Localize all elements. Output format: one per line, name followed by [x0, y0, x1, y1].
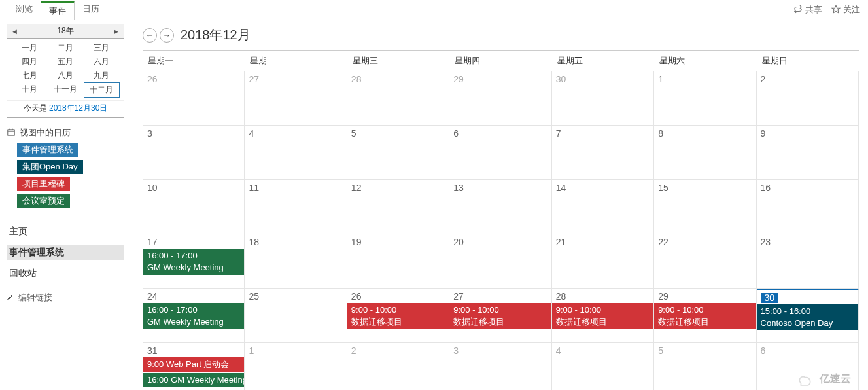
day-number: 3 — [147, 128, 240, 139]
event-time: 9:00 - 10:00 — [453, 304, 547, 316]
next-year-button[interactable]: ► — [113, 27, 120, 35]
cell-w4-d0[interactable]: 2416:00 - 17:00GM Weekly Meeting — [143, 289, 245, 342]
cell-w0-d6[interactable]: 2 — [757, 71, 859, 125]
cell-w2-d0[interactable]: 10 — [143, 180, 245, 234]
dp-month-12[interactable]: 十二月 — [84, 82, 120, 98]
tab-event[interactable]: 事件 — [41, 1, 75, 20]
day-number: 27 — [249, 74, 342, 84]
prev-month-button[interactable]: ← — [143, 28, 157, 43]
cell-w2-d4[interactable]: 14 — [552, 180, 654, 234]
event[interactable]: 9:00 - 10:00数据迁移项目 — [654, 303, 755, 329]
nav-recycle-bin[interactable]: 回收站 — [7, 266, 124, 281]
day-number: 13 — [453, 183, 547, 193]
cell-w1-d3[interactable]: 6 — [449, 126, 551, 179]
cell-w0-d4[interactable]: 30 — [552, 71, 654, 125]
cell-w4-d6[interactable]: 3015:00 - 16:00Contoso Open Day — [757, 289, 859, 342]
cell-w2-d6[interactable]: 16 — [757, 180, 859, 234]
cell-w1-d2[interactable]: 5 — [347, 126, 449, 179]
tab-calendar[interactable]: 日历 — [75, 1, 107, 20]
cell-w0-d0[interactable]: 26 — [143, 71, 245, 125]
dp-month-2[interactable]: 二月 — [47, 41, 83, 55]
calendar-chip-2[interactable]: 项目里程碑 — [17, 177, 70, 191]
dp-month-4[interactable]: 四月 — [11, 55, 47, 69]
calendar-chip-3[interactable]: 会议室预定 — [17, 194, 70, 208]
dp-month-9[interactable]: 九月 — [84, 69, 120, 82]
dp-month-3[interactable]: 三月 — [84, 41, 120, 55]
cell-w0-d1[interactable]: 27 — [245, 71, 347, 125]
cell-w5-d4[interactable]: 4 — [552, 343, 654, 390]
cell-w0-d2[interactable]: 28 — [347, 71, 449, 125]
cell-w3-d4[interactable]: 21 — [552, 234, 654, 288]
today-link[interactable]: 2018年12月30日 — [49, 103, 107, 113]
event-title: 数据迁移项目 — [351, 317, 402, 327]
day-number: 2 — [351, 346, 445, 356]
nav-home[interactable]: 主页 — [7, 224, 124, 239]
follow-button[interactable]: 关注 — [831, 4, 860, 16]
cell-w0-d5[interactable]: 1 — [654, 71, 756, 125]
dp-month-1[interactable]: 一月 — [11, 41, 47, 55]
event[interactable]: 9:00 - 10:00数据迁移项目 — [449, 303, 551, 329]
cell-w3-d1[interactable]: 18 — [245, 234, 347, 288]
cell-w1-d5[interactable]: 8 — [654, 126, 756, 179]
cell-w3-d2[interactable]: 19 — [347, 234, 449, 288]
share-button[interactable]: 共享 — [793, 4, 822, 16]
dp-month-7[interactable]: 七月 — [11, 69, 47, 82]
next-month-button[interactable]: → — [160, 28, 174, 43]
cell-w5-d1[interactable]: 1 — [245, 343, 347, 390]
cell-w3-d3[interactable]: 20 — [449, 234, 551, 288]
day-number: 5 — [351, 128, 445, 139]
cell-w0-d3[interactable]: 29 — [449, 71, 551, 125]
dayhead-1: 星期二 — [245, 51, 347, 71]
dayhead-6: 星期日 — [757, 51, 859, 71]
cell-w4-d5[interactable]: 299:00 - 10:00数据迁移项目 — [654, 289, 756, 342]
cell-w2-d2[interactable]: 12 — [347, 180, 449, 234]
cell-w5-d6[interactable]: 6 — [757, 343, 859, 390]
cell-w1-d0[interactable]: 3 — [143, 126, 245, 179]
nav-events-system[interactable]: 事件管理系统 — [7, 245, 124, 260]
dayhead-3: 星期四 — [449, 51, 551, 71]
dp-month-5[interactable]: 五月 — [47, 55, 83, 69]
cell-w5-d2[interactable]: 2 — [347, 343, 449, 390]
dp-month-6[interactable]: 六月 — [84, 55, 120, 69]
day-number: 25 — [249, 291, 342, 302]
event[interactable]: 16:00 - 17:00GM Weekly Meeting — [143, 303, 244, 329]
event[interactable]: 9:00 - 10:00数据迁移项目 — [552, 303, 653, 329]
cell-w5-d0[interactable]: 319:00 Web Part 启动会16:00 GM Weekly Meeti… — [143, 343, 245, 390]
day-number: 10 — [147, 183, 240, 193]
dp-month-8[interactable]: 八月 — [47, 69, 83, 82]
day-number: 4 — [556, 346, 650, 356]
svg-marker-0 — [832, 5, 840, 13]
cell-w4-d4[interactable]: 289:00 - 10:00数据迁移项目 — [552, 289, 654, 342]
dp-month-10[interactable]: 十月 — [11, 82, 47, 98]
cell-w4-d1[interactable]: 25 — [245, 289, 347, 342]
event[interactable]: 15:00 - 16:00Contoso Open Day — [757, 304, 858, 330]
dp-month-11[interactable]: 十一月 — [47, 82, 83, 98]
cell-w3-d6[interactable]: 23 — [757, 234, 859, 288]
day-number: 15 — [658, 183, 752, 193]
cell-w1-d4[interactable]: 7 — [552, 126, 654, 179]
cell-w4-d3[interactable]: 279:00 - 10:00数据迁移项目 — [449, 289, 551, 342]
event[interactable]: 9:00 Web Part 启动会 — [143, 357, 244, 372]
cell-w4-d2[interactable]: 269:00 - 10:00数据迁移项目 — [347, 289, 449, 342]
day-number: 24 — [147, 291, 240, 302]
event[interactable]: 9:00 - 10:00数据迁移项目 — [347, 303, 449, 329]
event-time: 15:00 - 16:00 — [761, 306, 854, 317]
event[interactable]: 16:00 - 17:00GM Weekly Meeting — [143, 249, 244, 275]
cell-w2-d3[interactable]: 13 — [449, 180, 551, 234]
cell-w5-d3[interactable]: 3 — [449, 343, 551, 390]
edit-links-button[interactable]: 编辑链接 — [7, 292, 124, 304]
cell-w1-d6[interactable]: 9 — [757, 126, 859, 179]
tab-browse[interactable]: 浏览 — [8, 1, 41, 20]
cell-w3-d0[interactable]: 1716:00 - 17:00GM Weekly Meeting — [143, 234, 245, 288]
cell-w2-d5[interactable]: 15 — [654, 180, 756, 234]
calendar-chip-0[interactable]: 事件管理系统 — [17, 143, 78, 157]
cell-w2-d1[interactable]: 11 — [245, 180, 347, 234]
cell-w5-d5[interactable]: 5 — [654, 343, 756, 390]
cell-w1-d1[interactable]: 4 — [245, 126, 347, 179]
event[interactable]: 16:00 GM Weekly Meeting — [143, 373, 244, 387]
calendar-chip-1[interactable]: 集团Open Day — [17, 160, 83, 174]
prev-year-button[interactable]: ◄ — [11, 27, 18, 35]
day-number: 19 — [351, 237, 445, 247]
cell-w3-d5[interactable]: 22 — [654, 234, 756, 288]
event-title: GM Weekly Meeting — [147, 317, 224, 327]
